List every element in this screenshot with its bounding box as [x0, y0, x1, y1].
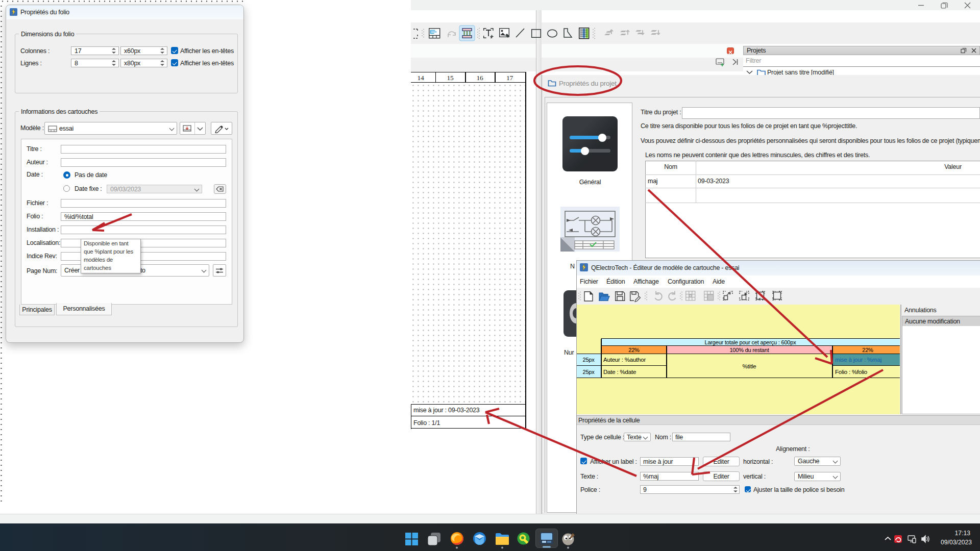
svg-text:22%: 22%: [862, 347, 873, 353]
svg-text:100% du restant: 100% du restant: [729, 347, 769, 353]
svg-text:Auteur : %author: Auteur : %author: [603, 357, 646, 363]
svg-text:Folio : %folio: Folio : %folio: [835, 369, 867, 375]
svg-text:25px: 25px: [582, 357, 595, 363]
svg-text:17:13: 17:13: [955, 530, 971, 537]
svg-text:Date : %date: Date : %date: [603, 369, 636, 375]
svg-text:%title: %title: [743, 363, 756, 369]
svg-text:09/03/2023: 09/03/2023: [941, 539, 972, 546]
svg-text:mise à jour : %maj: mise à jour : %maj: [835, 357, 881, 363]
svg-text:22%: 22%: [628, 347, 640, 353]
svg-text:Largeur totale pour cet aperçu: Largeur totale pour cet aperçu : 600px: [705, 339, 797, 345]
svg-text:25px: 25px: [582, 369, 595, 375]
